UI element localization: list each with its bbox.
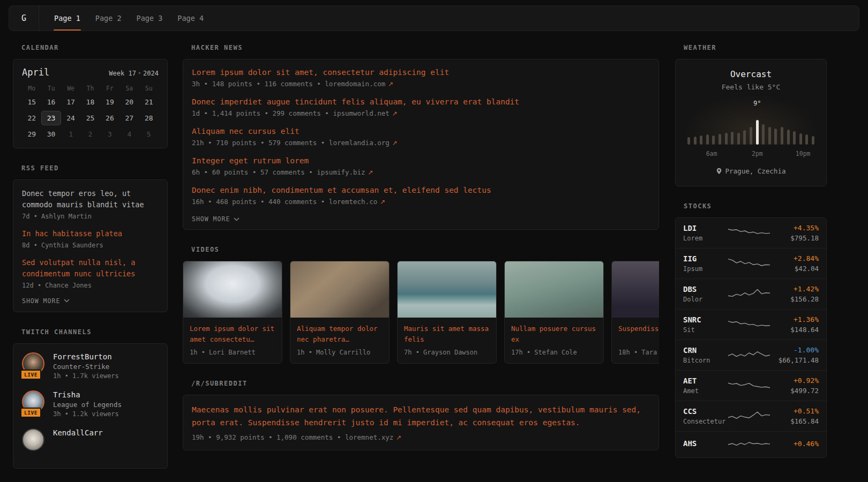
- rss-item-title[interactable]: In hac habitasse platea: [22, 228, 159, 239]
- stock-row[interactable]: AET Amet +0.92% $499.72: [676, 371, 826, 401]
- rss-item-title[interactable]: Sed volutpat nulla nisl, a condimentum n…: [22, 257, 159, 280]
- stock-row[interactable]: AHS +0.46%: [676, 432, 826, 457]
- hn-item: Donec imperdiet augue tincidunt felis al…: [192, 97, 650, 117]
- chevron-down-icon: [64, 299, 70, 303]
- stock-row[interactable]: DBS Dolor +1.42% $156.28: [676, 279, 826, 310]
- hn-item-title[interactable]: Lorem ipsum dolor sit amet, consectetur …: [192, 68, 650, 77]
- stock-name: Sit: [683, 326, 728, 334]
- time-label: 6am: [706, 150, 717, 157]
- rss-item: Donec tempor eros leo, ut commodo mauris…: [22, 188, 159, 220]
- weather-widget: WEATHER Overcast Feels like 5°C 9°: [675, 44, 827, 186]
- weather-bar: [787, 130, 790, 145]
- page-tab[interactable]: Page 1: [47, 6, 88, 31]
- stock-change: +1.36%: [770, 315, 819, 323]
- hn-item-title[interactable]: Donec imperdiet augue tincidunt felis al…: [192, 97, 650, 106]
- stock-symbol: DBS: [683, 285, 728, 293]
- video-meta: 7h • Grayson Dawson: [404, 349, 490, 356]
- weather-condition: Overcast: [684, 69, 818, 79]
- video-card[interactable]: Aliquam tempor dolor nec pharetra… 1h • …: [290, 261, 390, 364]
- stock-row[interactable]: CRN Bitcorn -1.00% $66,171.48: [676, 340, 826, 371]
- weekday-label: Su: [139, 82, 159, 95]
- video-card[interactable]: Mauris sit amet massa felis 7h • Grayson…: [397, 261, 497, 364]
- stock-id: IIG Ipsum: [683, 254, 728, 273]
- weekday-label: We: [61, 82, 80, 95]
- hn-item-meta: 6h • 60 points • 57 comments • ipsumify.…: [192, 168, 650, 176]
- reddit-post: Maecenas mollis pulvinar erat non posuer…: [192, 404, 650, 441]
- page-tab[interactable]: Page 2: [88, 6, 129, 31]
- video-card[interactable]: Suspendisse diam 18h • Tara: [611, 261, 659, 364]
- stock-spark-wrap: [728, 226, 770, 240]
- channel-name: Trisha: [53, 390, 122, 399]
- video-body: Suspendisse diam 18h • Tara: [612, 318, 659, 363]
- stock-name: Lorem: [683, 235, 728, 242]
- calendar-day: 17: [61, 95, 80, 109]
- twitch-channel[interactable]: KendallCarr: [22, 428, 159, 452]
- weather-bar: [799, 133, 802, 145]
- stock-name: Bitcorn: [683, 357, 728, 364]
- twitch-card: LIVE ForrestBurton Counter-Strike 1h • 1…: [13, 343, 168, 469]
- weather-location: Prague, Czechia: [684, 167, 818, 175]
- stock-id: DBS Dolor: [683, 285, 728, 303]
- page-tab[interactable]: Page 4: [170, 6, 211, 31]
- weather-bar: [805, 134, 808, 145]
- weather-bar: [694, 137, 697, 145]
- weather-card: Overcast Feels like 5°C 9°: [675, 59, 827, 186]
- hn-item-title[interactable]: Integer eget rutrum lorem: [192, 156, 650, 165]
- stock-spark-wrap: [728, 409, 770, 423]
- avatar-wrap: LIVE: [22, 352, 46, 376]
- video-meta: 18h • Tara: [618, 349, 659, 356]
- hn-meta-text: 6h • 60 points • 57 comments • ipsumify.…: [192, 168, 365, 176]
- channel-avatar: [22, 428, 44, 451]
- stock-row[interactable]: LDI Lorem +4.35% $795.18: [676, 218, 826, 248]
- weather-bar: [737, 133, 740, 145]
- calendar-widget-title: CALENDAR: [21, 44, 168, 51]
- twitch-channel[interactable]: LIVE ForrestBurton Counter-Strike 1h • 1…: [22, 352, 159, 380]
- calendar-day: 3: [100, 127, 119, 141]
- hn-item-meta: 3h • 148 points • 116 comments • loremdo…: [192, 80, 650, 88]
- hn-item-title[interactable]: Donec enim nibh, condimentum et accumsan…: [192, 186, 650, 194]
- stock-change: +0.51%: [770, 407, 819, 415]
- video-meta: 1h • Lori Barnett: [190, 349, 275, 356]
- weather-bar: [812, 136, 814, 145]
- video-title: Mauris sit amet massa felis: [404, 323, 490, 345]
- calendar-day: 5: [139, 127, 159, 141]
- stock-row[interactable]: IIG Ipsum +2.84% $42.04: [676, 248, 826, 279]
- twitch-channel[interactable]: LIVE Trisha League of Legends 3h • 1.2k …: [22, 390, 159, 418]
- video-card[interactable]: Nullam posuere cursus ex 17h • Stefan Co…: [504, 261, 604, 364]
- time-label: 2pm: [752, 150, 763, 157]
- video-card[interactable]: Lorem ipsum dolor sit amet consectetu… 1…: [183, 261, 282, 364]
- external-link-icon: ↗: [388, 80, 393, 88]
- rss-item-title[interactable]: Donec tempor eros leo, ut commodo mauris…: [22, 188, 159, 210]
- rss-item-meta: 12d • Chance Jones: [22, 282, 159, 289]
- app-logo: G: [9, 6, 39, 31]
- hn-item-meta: 21h • 710 points • 579 comments • loreml…: [192, 139, 650, 147]
- stock-price: $156.28: [770, 295, 819, 303]
- weekday-label: Mo: [22, 82, 41, 95]
- channel-info: Trisha League of Legends 3h • 1.2k viewe…: [53, 390, 122, 418]
- twitch-widget-title: TWITCH CHANNELS: [21, 328, 168, 336]
- video-title: Aliquam tempor dolor nec pharetra…: [297, 323, 383, 345]
- hn-item-title[interactable]: Aliquam nec cursus elit: [192, 127, 650, 135]
- external-link-icon: ↗: [380, 198, 385, 206]
- stock-row[interactable]: SNRC Sit +1.36% $148.64: [676, 310, 826, 340]
- stock-id: LDI Lorem: [683, 224, 728, 242]
- rss-show-more-button[interactable]: SHOW MORE: [22, 297, 159, 305]
- stock-symbol: CCS: [683, 407, 728, 416]
- stock-symbol: SNRC: [683, 315, 728, 324]
- calendar-header-row: April Week 17•2024: [22, 67, 159, 78]
- weather-bars: [687, 110, 814, 145]
- hn-show-more-button[interactable]: SHOW MORE: [192, 215, 650, 223]
- hn-item-meta: 16h • 468 points • 440 comments • loremt…: [192, 198, 650, 206]
- stock-id: CRN Bitcorn: [683, 346, 728, 364]
- weekday-label: Th: [80, 82, 100, 95]
- video-title: Suspendisse diam: [618, 323, 659, 345]
- stock-values: +0.51% $165.84: [770, 407, 819, 425]
- calendar-day: 22: [22, 111, 41, 125]
- stock-row[interactable]: CCS Consectetur +0.51% $165.84: [676, 401, 826, 432]
- show-more-label: SHOW MORE: [22, 297, 60, 305]
- reddit-post-title[interactable]: Maecenas mollis pulvinar erat non posuer…: [192, 404, 650, 430]
- weather-bar: [719, 134, 721, 145]
- page-tab[interactable]: Page 3: [129, 6, 170, 31]
- channel-meta: 3h • 1.2k viewers: [53, 410, 122, 418]
- calendar-day: 24: [61, 111, 80, 125]
